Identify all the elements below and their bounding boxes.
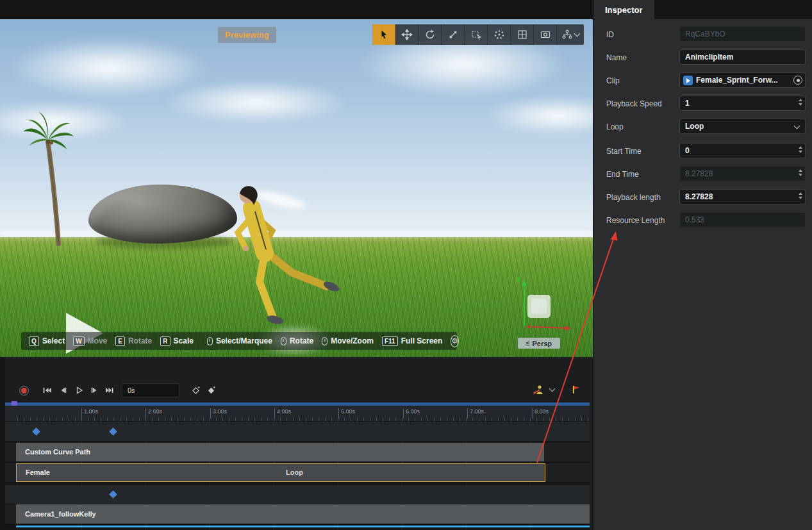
stepper — [799, 146, 802, 153]
chevron-down-icon — [574, 31, 581, 37]
clip-loop-tag: Loop — [286, 464, 303, 481]
keyframe-diamond[interactable] — [32, 427, 40, 436]
ruler-label: 1.00s — [81, 408, 98, 418]
field-value: 1 — [685, 99, 690, 108]
select-tool-button[interactable] — [372, 24, 395, 45]
id-field: RqCaBYbO — [679, 26, 806, 42]
viewport-hotkey-bar: Q Select W Move E Rotate R Scale Sele — [21, 332, 457, 350]
stepper-up-icon[interactable] — [799, 99, 802, 101]
cloud — [484, 96, 593, 136]
field-value: Loop — [685, 122, 704, 131]
axis-gizmo[interactable] — [503, 276, 580, 333]
clip-camera1-followkelly[interactable]: Camera1_followKelly — [16, 504, 590, 524]
asset-picker-icon[interactable] — [793, 76, 802, 85]
key-w-chip: W — [73, 336, 84, 346]
inspector-row-playback-speed: Playback Speed 1 — [606, 95, 806, 112]
track-row-camera: Camera1_followKelly — [5, 504, 590, 524]
camera-view-button[interactable] — [534, 24, 557, 45]
stepper-up-icon — [799, 169, 802, 172]
inspector-row-playback-length: Playback length 8.27828 — [606, 189, 806, 206]
palm-tree — [21, 106, 94, 247]
add-keyframe-button[interactable] — [188, 385, 203, 396]
step-back-button[interactable] — [56, 385, 70, 396]
marquee-icon — [470, 29, 482, 40]
rotate-tool-button[interactable] — [418, 24, 442, 45]
end-time-input: 8.27828 — [679, 166, 806, 181]
hotkey-label: Full Screen — [401, 336, 443, 345]
scene-viewport[interactable]: Previewing — [0, 19, 593, 357]
pivot-dots-icon — [493, 29, 505, 40]
inspector-row-clip: Clip Female_Sprint_Forw... — [606, 72, 806, 89]
field-value: 0 — [685, 146, 690, 155]
gear-icon: ⚙ — [451, 337, 458, 345]
skip-to-end-button[interactable] — [103, 385, 117, 396]
record-button[interactable] — [17, 385, 31, 396]
clip-field[interactable]: Female_Sprint_Forw... — [679, 72, 806, 88]
hotkey-label: Rotate — [128, 336, 152, 345]
tab-inspector[interactable]: Inspector — [593, 0, 654, 19]
running-character — [215, 176, 349, 336]
inspector-row-id: ID RqCaBYbO — [606, 26, 806, 43]
add-event-button[interactable] — [204, 385, 218, 396]
move-tool-button[interactable] — [395, 24, 418, 45]
hotkey-label: Select — [42, 336, 65, 345]
inspector-row-loop: Loop Loop — [606, 119, 806, 135]
stepper-down-icon — [799, 174, 802, 176]
clip-female-selected[interactable]: Female Loop — [16, 463, 545, 482]
stepper-up-icon[interactable] — [799, 192, 802, 195]
persp-chevron-icon: ≤ — [526, 340, 530, 347]
play-button[interactable] — [72, 385, 86, 396]
stepper — [799, 99, 802, 106]
keyframe-diamond[interactable] — [109, 427, 117, 436]
grid-view-button[interactable] — [511, 24, 534, 45]
skip-start-icon — [42, 385, 52, 395]
field-value: AnimclipItem — [685, 53, 733, 62]
inspector-fields: ID RqCaBYbO Name AnimclipItem Clip Femal… — [593, 26, 812, 235]
hotkey-scale: R Scale — [160, 336, 194, 346]
mouse-icon — [281, 337, 286, 345]
playback-length-input[interactable]: 8.27828 — [679, 189, 806, 204]
name-field[interactable]: AnimclipItem — [679, 49, 806, 65]
key-r-chip: R — [160, 336, 170, 346]
scale-tool-button[interactable] — [442, 24, 465, 45]
marquee-tool-button[interactable] — [465, 24, 488, 45]
key-f11-chip: F11 — [382, 336, 398, 346]
chevron-down-icon — [794, 123, 800, 129]
chevron-down-icon[interactable] — [549, 386, 556, 392]
skip-to-start-button[interactable] — [40, 385, 54, 396]
perspective-mode-badge[interactable]: ≤ Persp — [518, 338, 560, 349]
timeline-tracks: Custom Curve Path Female Loop Camera1_fo… — [5, 421, 590, 530]
stepper-down-icon[interactable] — [799, 151, 802, 153]
focus-character-icon[interactable] — [532, 385, 545, 395]
ruler-label: 3.00s — [210, 408, 227, 418]
stepper-down-icon[interactable] — [799, 103, 802, 106]
record-icon — [19, 386, 29, 395]
scale-icon — [447, 29, 459, 40]
viewport-top-strip — [0, 0, 593, 19]
stepper-down-icon[interactable] — [799, 197, 802, 199]
pivot-tool-button[interactable] — [488, 24, 511, 45]
ruler-label: 5.00s — [338, 408, 355, 418]
hotkey-label: Select/Marquee — [216, 336, 272, 345]
field-value: 8.27828 — [685, 169, 713, 178]
inspector-panel: Inspector ID RqCaBYbO Name AnimclipItem … — [593, 0, 812, 530]
loop-dropdown[interactable]: Loop — [679, 119, 806, 134]
timeline-controls: 0s — [0, 378, 593, 402]
timeline-ruler[interactable]: 1.00s 2.00s 3.00s 4.00s 5.00s 6.00s 7.00… — [5, 406, 590, 421]
clip-custom-curve-path[interactable]: Custom Curve Path — [16, 443, 544, 461]
step-forward-button[interactable] — [88, 385, 102, 396]
stepper — [799, 169, 802, 176]
keyframe-track-row — [5, 485, 590, 504]
transform-toolbar — [372, 24, 584, 45]
start-time-input[interactable]: 0 — [679, 143, 806, 158]
stepper-up-icon[interactable] — [799, 146, 802, 149]
hierarchy-mode-button[interactable] — [557, 24, 584, 45]
keyframe-diamond[interactable] — [109, 490, 117, 499]
flag-icon[interactable] — [571, 385, 581, 395]
viewport-settings-button[interactable]: ⚙ — [451, 335, 459, 347]
playback-speed-input[interactable]: 1 — [679, 95, 806, 111]
field-value: 0.533 — [685, 215, 704, 224]
grid-icon — [517, 29, 528, 40]
step-forward-icon — [90, 385, 100, 395]
current-time-input[interactable]: 0s — [122, 383, 179, 397]
